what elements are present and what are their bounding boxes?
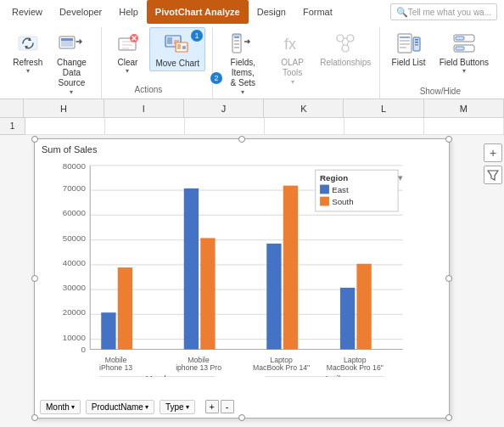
bar-south-g1 bbox=[118, 267, 132, 349]
resize-handle-right[interactable] bbox=[445, 275, 452, 282]
olap-dropdown-arrow: ▾ bbox=[291, 78, 294, 86]
fields-items-sets-icon bbox=[229, 30, 256, 57]
svg-line-30 bbox=[342, 41, 344, 46]
type-filter-button[interactable]: Type ▾ bbox=[160, 400, 195, 414]
ribbon-group-actions: Clear ▾ Move Ch bbox=[102, 27, 213, 98]
resize-handle-tr[interactable] bbox=[445, 136, 452, 143]
ribbon-tab-bar: Review Developer Help PivotChart Analyze… bbox=[0, 0, 504, 24]
svg-text:April: April bbox=[323, 374, 340, 377]
svg-text:East: East bbox=[332, 185, 349, 194]
ribbon-body: Refresh ▾ Change Data Source ▾ bbox=[0, 24, 504, 98]
bar-east-g3 bbox=[266, 244, 281, 350]
svg-rect-20 bbox=[234, 37, 239, 38]
fields-items-sets-button[interactable]: Fields, Items,& Sets ▾ bbox=[220, 27, 266, 98]
field-buttons-button[interactable]: Field Buttons ▾ bbox=[434, 27, 494, 77]
svg-rect-18 bbox=[182, 46, 186, 49]
olap-tools-icon: fx bbox=[279, 30, 306, 57]
svg-rect-36 bbox=[400, 47, 406, 48]
clear-button[interactable]: Clear ▾ bbox=[109, 27, 146, 77]
svg-text:60000: 60000 bbox=[63, 208, 87, 217]
resize-handle-left[interactable] bbox=[31, 275, 38, 282]
col-header-j: J bbox=[184, 99, 264, 117]
svg-rect-44 bbox=[456, 47, 464, 50]
search-box[interactable]: 🔍 Tell me what you wa... bbox=[390, 3, 497, 20]
olap-tools-label: OLAP Tools bbox=[274, 58, 310, 78]
bar-south-g4 bbox=[356, 264, 371, 350]
showhide-group-items: Field List Field Buttons ▾ bbox=[387, 27, 494, 85]
svg-rect-39 bbox=[415, 42, 418, 43]
svg-text:fx: fx bbox=[284, 36, 296, 53]
field-buttons-label: Field Buttons bbox=[440, 58, 489, 67]
field-list-button[interactable]: Field List bbox=[387, 27, 431, 70]
svg-rect-33 bbox=[400, 37, 410, 38]
search-placeholder: Tell me what you wa... bbox=[408, 8, 491, 17]
change-data-dropdown-arrow: ▾ bbox=[70, 88, 73, 96]
svg-marker-85 bbox=[488, 171, 498, 180]
tab-format[interactable]: Format bbox=[294, 0, 341, 24]
resize-handle-bottom[interactable] bbox=[238, 414, 245, 421]
ribbon-group-showhide: Field List Field Buttons ▾ bbox=[380, 27, 501, 98]
type-filter-label: Type bbox=[165, 402, 184, 412]
svg-rect-35 bbox=[400, 43, 410, 45]
col-header-k: K bbox=[264, 99, 344, 117]
field-buttons-icon bbox=[451, 30, 478, 57]
svg-text:Mobile: Mobile bbox=[188, 356, 210, 364]
ribbon-group-data: Refresh ▾ Change Data Source ▾ bbox=[3, 27, 102, 98]
resize-handle-tl[interactable] bbox=[31, 136, 38, 143]
svg-rect-42 bbox=[456, 37, 464, 40]
col-header-h: H bbox=[24, 99, 104, 117]
resize-handle-br[interactable] bbox=[445, 414, 452, 421]
svg-text:▾: ▾ bbox=[398, 172, 403, 183]
svg-text:70000: 70000 bbox=[63, 183, 87, 193]
chart-zoom-out-button[interactable]: - bbox=[221, 400, 234, 413]
svg-point-26 bbox=[337, 35, 344, 42]
productname-filter-button[interactable]: ProductName ▾ bbox=[86, 400, 154, 414]
clear-label: Clear bbox=[117, 58, 137, 67]
move-chart-icon bbox=[164, 31, 191, 58]
field-buttons-dropdown-arrow: ▾ bbox=[462, 67, 466, 75]
svg-text:Laptop: Laptop bbox=[344, 356, 367, 364]
svg-point-27 bbox=[347, 35, 354, 42]
svg-text:50000: 50000 bbox=[63, 233, 87, 243]
svg-rect-22 bbox=[234, 43, 239, 45]
fields-items-dropdown-arrow: ▾ bbox=[241, 88, 244, 96]
refresh-button[interactable]: Refresh ▾ bbox=[10, 27, 45, 77]
productname-filter-chevron: ▾ bbox=[145, 403, 148, 411]
tab-review[interactable]: Review bbox=[3, 0, 51, 24]
chart-zoom-in-button[interactable]: + bbox=[205, 400, 219, 413]
change-data-source-label: Change Data Source bbox=[53, 58, 89, 88]
tab-developer[interactable]: Developer bbox=[51, 0, 110, 24]
data-group-items: Refresh ▾ Change Data Source ▾ bbox=[10, 27, 94, 98]
sheet-row: 1 bbox=[0, 118, 504, 135]
relationships-label: Relationships bbox=[320, 58, 371, 67]
tab-pivotchart-analyze[interactable]: PivotChart Analyze bbox=[147, 0, 249, 24]
chart-svg: 0 10000 20000 30000 40000 50000 60000 70… bbox=[42, 156, 442, 377]
svg-rect-21 bbox=[234, 40, 239, 42]
pivot-chart: Sum of Sales 0 10000 200 bbox=[34, 138, 450, 419]
olap-tools-button[interactable]: fx OLAP Tools ▾ bbox=[269, 27, 315, 88]
row-number: 1 bbox=[0, 118, 25, 135]
change-data-source-button[interactable]: Change Data Source ▾ bbox=[48, 27, 94, 98]
relationships-button[interactable]: Relationships bbox=[319, 27, 372, 70]
clear-dropdown-arrow: ▾ bbox=[126, 67, 129, 75]
resize-handle-bl[interactable] bbox=[31, 414, 38, 421]
relationships-icon bbox=[332, 30, 359, 57]
svg-text:10000: 10000 bbox=[63, 333, 87, 342]
tab-design[interactable]: Design bbox=[249, 0, 294, 24]
filter-button[interactable] bbox=[484, 166, 502, 184]
svg-text:South: South bbox=[332, 197, 353, 206]
actions-group-items: Clear ▾ Move Ch bbox=[109, 27, 205, 82]
add-element-button[interactable]: + bbox=[484, 143, 502, 162]
move-chart-button[interactable]: Move Chart 1 bbox=[149, 27, 205, 71]
svg-text:Laptop: Laptop bbox=[270, 356, 293, 364]
corner-cell bbox=[0, 99, 24, 117]
productname-filter-label: ProductName bbox=[92, 402, 143, 412]
refresh-dropdown-arrow: ▾ bbox=[26, 67, 30, 75]
tab-help[interactable]: Help bbox=[110, 0, 147, 24]
field-list-label: Field List bbox=[392, 58, 426, 67]
svg-rect-38 bbox=[415, 39, 418, 41]
resize-handle-top[interactable] bbox=[238, 136, 245, 143]
month-filter-button[interactable]: Month ▾ bbox=[40, 400, 81, 414]
bar-east-g2 bbox=[184, 188, 199, 350]
column-headers: H I J K L M bbox=[0, 99, 504, 118]
